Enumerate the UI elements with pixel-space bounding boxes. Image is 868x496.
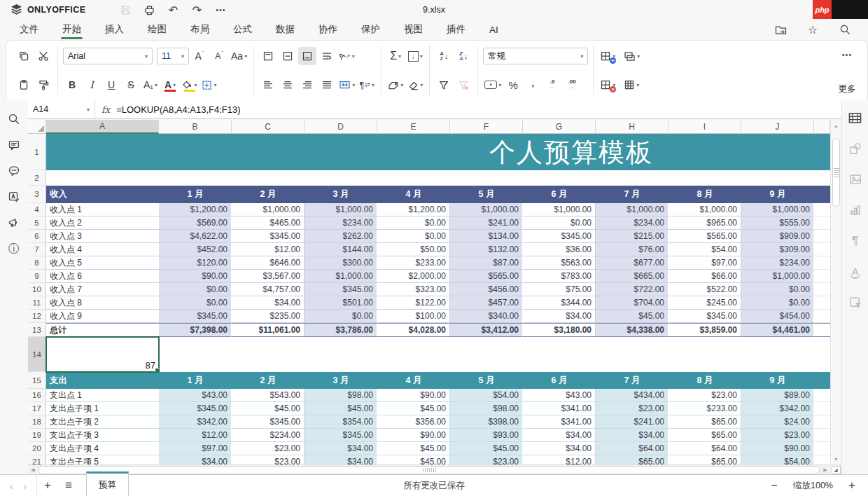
收入-header-label[interactable]: 收入 (46, 186, 159, 203)
value-cell[interactable]: $45.00 (450, 442, 523, 455)
row-label[interactable]: 收入点 9 (46, 310, 159, 323)
value-cell[interactable]: $132.00 (450, 243, 523, 256)
value-cell[interactable]: $1,000.00 (596, 203, 668, 216)
italic-button[interactable]: I (83, 76, 101, 94)
value-cell[interactable]: $563.00 (523, 256, 596, 270)
value-cell[interactable]: $345.00 (159, 402, 232, 415)
value-cell[interactable]: $3,180.00 (523, 323, 596, 337)
month-header-3[interactable]: 3 月 (304, 186, 377, 203)
row-header-14[interactable]: 14 (28, 337, 46, 372)
row-label[interactable]: 总计 (46, 323, 159, 337)
cell-settings-button[interactable] (848, 110, 863, 125)
number-format-combo[interactable]: 常规 ▾ (483, 48, 588, 64)
ribbon-tab-绘图[interactable]: 绘图 (148, 20, 167, 39)
value-cell[interactable]: $354.00 (304, 415, 377, 429)
value-cell[interactable]: $522.00 (668, 283, 741, 296)
row-label[interactable]: 支出点子项 5 (46, 455, 159, 464)
print-button[interactable] (140, 1, 158, 18)
value-cell[interactable]: $677.00 (596, 256, 668, 270)
feedback-button[interactable] (6, 215, 22, 230)
text-direction-button[interactable]: ¶ ⇄ ▾ (358, 76, 376, 94)
value-cell[interactable]: $0.00 (741, 283, 814, 296)
undo-button[interactable]: ↶ (164, 1, 182, 18)
month-header-6[interactable]: 6 月 (523, 372, 596, 389)
fill-color-button[interactable]: ▾ (181, 76, 199, 94)
scroll-right-button[interactable]: ▶ (820, 467, 830, 473)
resize-corner-button[interactable]: ◢ (832, 466, 841, 474)
partial-cell[interactable] (814, 429, 830, 442)
value-cell[interactable]: $0.00 (159, 296, 232, 310)
zoom-level[interactable]: 缩放100% (793, 480, 833, 492)
value-cell[interactable]: $23.00 (232, 442, 304, 455)
row-label[interactable]: 收入点 3 (46, 230, 159, 243)
ribbon-tab-文件[interactable]: 文件 (20, 20, 38, 39)
partial-cell[interactable] (814, 389, 830, 402)
font-color-button[interactable]: A ▾ (161, 76, 179, 94)
cut-button[interactable] (34, 47, 52, 65)
row-label[interactable]: 支出点 1 (46, 389, 159, 402)
row-label[interactable]: 支出点子项 3 (46, 429, 159, 442)
value-cell[interactable]: $543.00 (232, 389, 304, 402)
value-cell[interactable]: $4,338.00 (596, 323, 668, 337)
delete-cells-button[interactable]: × ▾ (598, 76, 617, 94)
partial-cell[interactable] (814, 216, 830, 230)
value-cell[interactable]: $262.00 (304, 230, 377, 243)
value-cell[interactable]: $501.00 (304, 296, 377, 310)
value-cell[interactable]: $7,398.00 (159, 323, 232, 337)
scroll-left-button[interactable]: ◀ (28, 467, 38, 473)
partial-cell[interactable] (814, 243, 830, 256)
value-cell[interactable]: $0.00 (377, 216, 450, 230)
month-header-5[interactable]: 5 月 (450, 372, 523, 389)
value-cell[interactable]: $398.00 (450, 415, 523, 429)
textart-settings-button[interactable]: A (848, 264, 863, 280)
copy-button[interactable] (15, 47, 33, 65)
align-center-button[interactable] (279, 76, 297, 94)
value-cell[interactable]: $54.00 (741, 455, 814, 464)
row-header-9[interactable]: 9 (28, 270, 46, 283)
align-right-button[interactable] (298, 76, 316, 94)
value-cell[interactable]: $215.00 (596, 230, 668, 243)
value-cell[interactable]: $97.00 (159, 442, 232, 455)
value-cell[interactable]: $4,622.00 (159, 230, 232, 243)
value-cell[interactable]: $65.00 (596, 455, 668, 464)
row-label[interactable]: 收入点 4 (46, 243, 159, 256)
row-header-12[interactable]: 12 (28, 310, 46, 323)
value-cell[interactable]: $90.00 (377, 429, 450, 442)
zoom-in-button[interactable]: + (846, 479, 858, 492)
row-header-2[interactable]: 2 (28, 170, 46, 186)
value-cell[interactable]: $345.00 (668, 310, 741, 323)
partial-cell[interactable] (814, 455, 830, 464)
increase-font-button[interactable]: Aˆ (190, 47, 209, 65)
value-cell[interactable]: $345.00 (523, 230, 596, 243)
value-cell[interactable]: $233.00 (668, 402, 741, 415)
value-cell[interactable]: $434.00 (596, 389, 668, 402)
month-header-7[interactable]: 7 月 (596, 372, 668, 389)
row-label[interactable]: 收入点 2 (46, 216, 159, 230)
save-button[interactable] (116, 1, 134, 18)
value-cell[interactable]: $45.00 (596, 310, 668, 323)
value-cell[interactable]: $64.00 (668, 442, 741, 455)
decrease-font-button[interactable]: Aˇ (210, 47, 228, 65)
value-cell[interactable]: $120.00 (159, 256, 232, 270)
open-file-location-button[interactable] (773, 22, 788, 38)
ribbon-tab-插件[interactable]: 插件 (447, 20, 465, 39)
value-cell[interactable]: $34.00 (232, 296, 304, 310)
value-cell[interactable]: $342.00 (741, 402, 814, 415)
column-header-I[interactable]: I (668, 120, 741, 134)
row-label[interactable]: 收入点 7 (46, 283, 159, 296)
image-settings-button[interactable] (848, 172, 863, 187)
value-cell[interactable]: $344.00 (523, 296, 596, 310)
named-ranges-button[interactable]: ▾ (386, 76, 405, 94)
value-cell[interactable]: $1,000.00 (304, 203, 377, 216)
formula-input[interactable]: =LOOKUP(A8,A4:A13,F4:F13) (116, 104, 856, 115)
month-header-8[interactable]: 8 月 (668, 372, 741, 389)
column-header-A[interactable]: A (46, 120, 159, 134)
value-cell[interactable]: $1,000.00 (741, 203, 814, 216)
value-cell[interactable]: $45.00 (377, 455, 450, 464)
horizontal-scrollbar[interactable]: ◀ ▶ (28, 464, 830, 474)
bold-button[interactable]: B (63, 76, 81, 94)
clear-filter-button[interactable] (454, 76, 472, 94)
value-cell[interactable]: $50.00 (377, 243, 450, 256)
user-avatar[interactable] (832, 0, 868, 19)
value-cell[interactable]: $90.00 (159, 270, 232, 283)
